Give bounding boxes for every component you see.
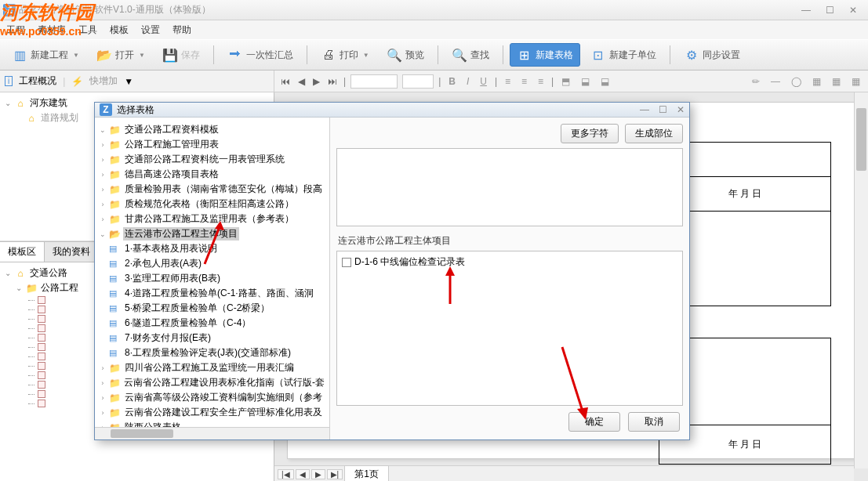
align-left-icon[interactable]: ≡ [502,74,514,89]
tab-my-data[interactable]: 我的资料 [45,242,99,262]
expander-icon[interactable]: › [98,394,107,402]
checkbox[interactable] [342,258,351,267]
quick-add-button[interactable]: 快增加 [89,74,118,88]
cancel-button[interactable]: 取消 [628,412,680,432]
dialog-minimize-button[interactable]: — [640,104,649,115]
scrollbar-thumb[interactable] [111,429,173,438]
shape-icon[interactable]: ◯ [788,74,804,89]
close-button[interactable]: ✕ [848,5,859,16]
tree-node[interactable]: ›📁云南省公路工程建设用表标准化指南（试行版-套 [98,375,326,390]
open-button[interactable]: 📂打开▼ [89,43,152,67]
maximize-button[interactable]: ☐ [824,5,835,16]
print-button[interactable]: 🖨打印▼ [314,43,376,67]
grid3-icon[interactable]: ▦ [848,74,863,89]
valign-mid-icon[interactable]: ⬓ [578,74,593,89]
sync-button[interactable]: ⚙同步设置 [677,43,747,67]
document-icon: ▤ [109,318,122,328]
tree-leaf[interactable]: ▤1·基本表格及用表说明 [98,241,326,256]
italic-button[interactable]: I [463,74,472,89]
pencil-icon[interactable]: ✏ [749,74,763,89]
expander-icon[interactable]: ⌄ [14,284,24,292]
expander-icon[interactable]: ⌄ [98,230,107,238]
valign-bot-icon[interactable]: ⬓ [597,74,612,89]
overview-button[interactable]: 工程概况 [19,74,56,88]
expander-icon[interactable]: › [98,186,107,193]
nav-last-icon[interactable]: ⏭ [326,76,339,87]
page-tab[interactable]: 第1页 [344,465,389,481]
size-dropdown[interactable] [402,74,434,89]
save-button[interactable]: 💾保存 [155,43,207,67]
expander-icon[interactable]: ⌄ [3,99,13,107]
underline-button[interactable]: U [477,74,490,89]
tree-leaf[interactable]: ▤8·工程质量检验评定表(J表)(交通部标准) [98,345,326,360]
expander-icon[interactable]: › [98,364,107,372]
tree-root[interactable]: ⌄📁交通公路工程资料模板 [98,122,326,137]
menu-template[interactable]: 模板 [110,24,129,37]
tree-node[interactable]: ›📁质检规范化表格（衡阳至桂阳高速公路） [98,197,326,212]
more-chars-button[interactable]: 更多字符 [561,124,619,143]
tree-leaf[interactable]: ▤7·财务支付月报(E表) [98,331,326,345]
tree-leaf[interactable]: ▤3·监理工程师用表(B表) [98,271,326,286]
tree-node[interactable]: ›📁公路工程施工管理用表 [98,137,326,152]
grid2-icon[interactable]: ▦ [829,74,844,89]
gen-parts-button[interactable]: 生成部位 [625,124,683,143]
new-unit-button[interactable]: ⊡新建子单位 [583,43,663,67]
new-table-button[interactable]: ⊞新建表格 [510,43,580,67]
expander-icon[interactable]: › [98,141,107,149]
tree-node[interactable]: ›📁甘肃公路工程施工及监理用表（参考表） [98,212,326,226]
nav-prev-button[interactable]: ◀ [296,469,310,479]
nav-first-icon[interactable]: ⏮ [279,76,292,87]
tab-template[interactable]: 模板区 [0,242,45,262]
expander-icon[interactable]: › [98,409,107,417]
minimize-button[interactable]: — [801,5,812,16]
tree-node[interactable]: ›📁云南省高等级公路竣工资料编制实施细则（参考 [98,390,326,405]
horizontal-scrollbar[interactable] [95,427,329,439]
tree-node[interactable]: ›📁云南省公路建设工程安全生产管理标准化用表及 [98,405,326,420]
ok-button[interactable]: 确定 [568,412,620,432]
tree-leaf[interactable]: ▤6·隧道工程质量检验单（C-4） [98,316,326,331]
expander-icon[interactable]: › [98,171,107,179]
menu-tools[interactable]: 工具 [78,24,97,37]
nav-next-icon[interactable]: ▶ [311,76,321,87]
menu-help[interactable]: 帮助 [173,24,191,37]
tree-node[interactable]: ›📁德昌高速公路项目表格 [98,167,326,182]
nav-first-button[interactable]: |◀ [278,469,294,479]
scrollbar-thumb[interactable] [856,108,866,171]
nav-next-button[interactable]: ▶ [311,469,325,479]
tree-leaf[interactable]: ▤5·桥梁工程质量检验单（C-2桥梁） [98,301,326,316]
align-right-icon[interactable]: ≡ [535,74,547,89]
expander-icon[interactable]: › [98,215,107,223]
dialog-maximize-button[interactable]: ☐ [659,104,667,115]
nav-last-button[interactable]: ▶| [327,469,343,479]
grid-icon[interactable]: ▦ [809,74,824,89]
tree-node[interactable]: ›📁质量检验用表（湖南省常德至安化（梅城）段高 [98,182,326,197]
list-item[interactable]: D-1-6 中线偏位检查记录表 [340,255,679,269]
bold-button[interactable]: B [445,74,459,89]
align-center-icon[interactable]: ≡ [518,74,530,89]
summary-button[interactable]: ⮕一次性汇总 [220,43,300,67]
expander-icon[interactable]: ⌄ [3,269,13,277]
valign-top-icon[interactable]: ⬒ [558,74,573,89]
tree-node[interactable]: ›📁四川省公路工程施工及监理统一用表汇编 [98,360,326,375]
preview-button[interactable]: 🔍预览 [380,43,431,67]
search-button[interactable]: 🔍查找 [445,43,496,67]
vertical-scrollbar[interactable] [854,92,868,468]
expander-icon[interactable]: › [98,379,107,387]
tree-node-selected[interactable]: ⌄📂连云港市公路工程主体项目 [98,226,326,241]
dialog-close-button[interactable]: ✕ [677,104,685,115]
tree-node[interactable]: ›📁交通部公路工程资料统一用表管理系统 [98,152,326,167]
menu-project[interactable]: 工程 [6,24,25,37]
expander-icon[interactable]: ⌄ [98,126,107,134]
expander-icon[interactable]: › [98,156,107,164]
dialog-titlebar[interactable]: Z 选择表格 — ☐ ✕ [95,103,689,118]
font-dropdown[interactable] [350,74,398,89]
preview-box [336,148,683,226]
tree-leaf[interactable]: ▤4·道路工程质量检验单(C-1·路基、路面、涵洞 [98,286,326,301]
expander-icon[interactable]: › [98,201,107,208]
nav-prev-icon[interactable]: ◀ [296,76,307,87]
menu-settings[interactable]: 设置 [141,24,160,37]
tree-leaf[interactable]: ▤2·承包人用表(A表) [98,256,326,271]
line-icon[interactable]: — [768,74,783,89]
new-project-button[interactable]: ▥新建工程▼ [5,43,86,67]
menu-library[interactable]: 素材库 [38,24,66,37]
